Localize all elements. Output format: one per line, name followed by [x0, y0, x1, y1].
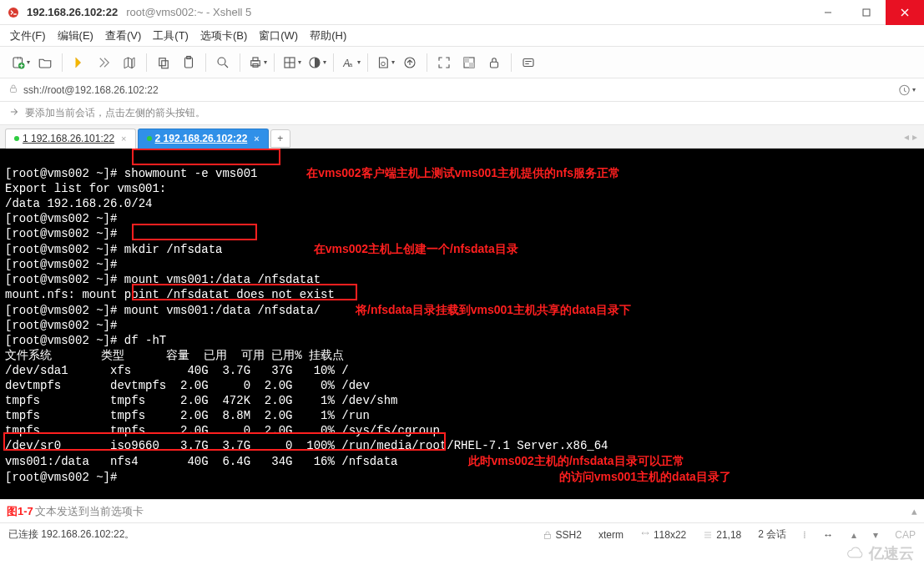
- tab-scroll-left-icon[interactable]: ◂: [904, 131, 909, 143]
- terminal-line: vms001:/data nfs4 40G 6.4G 34G 16% /nfsd…: [5, 455, 397, 468]
- status-connected: 已连接 192.168.26.102:22。: [8, 527, 134, 542]
- color-scheme-button[interactable]: ▾: [305, 51, 328, 74]
- terminal-line: [root@vms002 ~]#: [5, 258, 124, 271]
- fullscreen-button[interactable]: [432, 51, 456, 74]
- reconnect-button[interactable]: [68, 51, 91, 74]
- svg-rect-2: [863, 9, 870, 16]
- minimize-button[interactable]: [809, 0, 847, 25]
- menu-tabs[interactable]: 选项卡(B): [200, 28, 247, 43]
- tab-scroll-right-icon[interactable]: ▸: [912, 131, 917, 143]
- terminal-line: [root@vms002 ~]#: [5, 212, 124, 225]
- close-button[interactable]: [886, 0, 924, 25]
- menu-tools[interactable]: 工具(T): [153, 28, 189, 43]
- terminal-line: [root@vms002 ~]#: [5, 227, 124, 240]
- svg-rect-27: [491, 62, 498, 68]
- title-session: root@vms002:~ - Xshell 5: [126, 6, 251, 18]
- tab-label: 1 192.168.26.101:22: [23, 133, 114, 144]
- tab-label: 2 192.168.26.102:22: [155, 133, 248, 144]
- app-icon: [7, 6, 20, 19]
- compose-bar: 图1-7 文本发送到当前选项卡 ▴: [0, 499, 924, 522]
- disconnect-button[interactable]: [93, 51, 116, 74]
- terminal-line: 文件系统 类型 容量 已用 可用 已用% 挂载点: [5, 349, 344, 362]
- toolbar: ▾ ▾ ▾ ▾ Aa▾ ▾: [0, 47, 924, 78]
- annotation: 在vms002客户端主机上测试vms001主机提供的nfs服务正常: [306, 166, 620, 179]
- address-bar: ssh://root@192.168.26.102:22 ▾: [0, 78, 924, 102]
- history-dropdown-button[interactable]: ▾: [897, 81, 916, 99]
- menu-window[interactable]: 窗口(W): [259, 28, 298, 43]
- copy-button[interactable]: [152, 51, 175, 74]
- terminal-line: /dev/sr0 iso9660 3.7G 3.7G 0 100% /run/m…: [5, 439, 608, 452]
- new-session-button[interactable]: ▾: [8, 51, 32, 74]
- highlight-box: [132, 224, 257, 240]
- close-tab-icon[interactable]: ×: [121, 134, 126, 144]
- annotation: 将/nfsdata目录挂载到vms001主机共享的data目录下: [356, 303, 631, 316]
- svg-rect-14: [253, 58, 258, 61]
- script-button[interactable]: ▾: [373, 51, 396, 74]
- tab-strip: 1 192.168.26.101:22 × 2 192.168.26.102:2…: [0, 125, 924, 149]
- terminal-line: [root@vms002 ~]# mount vms001:/data /nfs…: [5, 273, 321, 286]
- svg-point-22: [381, 62, 385, 66]
- svg-line-12: [225, 64, 228, 68]
- title-bar: 192.168.26.102:22 root@vms002:~ - Xshell…: [0, 0, 924, 25]
- compose-button[interactable]: [517, 51, 540, 74]
- terminal-line: tmpfs tmpfs 2.0G 0 2.0G 0% /sys/fs/cgrou…: [5, 424, 440, 437]
- annotation: 在vms002主机上创建一个/nfsdata目录: [314, 242, 518, 255]
- terminal-line: tmpfs tmpfs 2.0G 8.8M 2.0G 1% /run: [5, 409, 370, 422]
- annotation: 的访问vms001主机的data目录了: [559, 470, 731, 483]
- terminal-pane[interactable]: [root@vms002 ~]# showmount -e vms001 在vm…: [0, 149, 924, 499]
- tip-bar: 要添加当前会话，点击左侧的箭头按钮。: [0, 102, 924, 125]
- annotation: 此时vms002主机的/nfsdata目录可以正常: [468, 454, 684, 467]
- tab-nav: ◂ ▸: [292, 131, 924, 143]
- svg-rect-25: [464, 58, 469, 63]
- status-dot-icon: [14, 136, 19, 141]
- close-tab-icon[interactable]: ×: [254, 134, 259, 144]
- paste-button[interactable]: [177, 51, 200, 74]
- print-button[interactable]: ▾: [245, 51, 269, 74]
- address-url[interactable]: ssh://root@192.168.26.102:22: [23, 84, 159, 96]
- terminal-line: [root@vms002 ~]# df -hT: [5, 334, 166, 347]
- tab-session-1[interactable]: 1 192.168.26.101:22 ×: [5, 129, 136, 149]
- layout-button[interactable]: ▾: [280, 51, 303, 74]
- terminal-line: tmpfs tmpfs 2.0G 472K 2.0G 1% /dev/shm: [5, 394, 397, 407]
- menu-file[interactable]: 文件(F): [10, 28, 46, 43]
- status-pos: 21,18: [703, 529, 741, 541]
- terminal-line: devtmpfs devtmpfs 2.0G 0 2.0G 0% /dev: [5, 379, 370, 392]
- highlight-box: [132, 149, 280, 165]
- terminal-line: [root@vms002 ~]#: [5, 471, 124, 484]
- status-bar: 已连接 192.168.26.102:22。 SSH2 xterm 118x22…: [0, 522, 924, 546]
- terminal-line: /dev/sda1 xfs 40G 3.7G 37G 10% /: [5, 364, 349, 377]
- terminal-line: [root@vms002 ~]# mkdir /nfsdata: [5, 243, 222, 256]
- menu-view[interactable]: 查看(V): [105, 28, 141, 43]
- tab-session-2[interactable]: 2 192.168.26.102:22 ×: [138, 129, 269, 149]
- tip-arrow-icon[interactable]: [8, 106, 20, 120]
- lock-button[interactable]: [482, 51, 506, 74]
- compose-placeholder[interactable]: 文本发送到当前选项卡: [35, 504, 144, 519]
- font-button[interactable]: Aa▾: [339, 51, 362, 74]
- status-dot-icon: [147, 136, 152, 141]
- new-tab-button[interactable]: +: [270, 129, 290, 148]
- menu-bar: 文件(F) 编辑(E) 查看(V) 工具(T) 选项卡(B) 窗口(W) 帮助(…: [0, 25, 924, 47]
- compose-expand-icon[interactable]: ▴: [911, 505, 917, 517]
- status-updown-icon[interactable]: ▴: [851, 529, 856, 541]
- menu-help[interactable]: 帮助(H): [310, 28, 346, 43]
- status-proto: SSH2: [543, 529, 582, 541]
- svg-text:a: a: [349, 60, 353, 68]
- status-term: xterm: [598, 529, 624, 541]
- terminal-line: [root@vms002 ~]#: [5, 319, 124, 332]
- status-size: 118x22: [640, 529, 686, 541]
- transparency-button[interactable]: [457, 51, 481, 74]
- find-button[interactable]: [211, 51, 235, 74]
- svg-rect-28: [523, 58, 533, 66]
- title-host: 192.168.26.102:22: [27, 6, 118, 18]
- svg-rect-31: [544, 534, 550, 538]
- lock-icon: [8, 83, 18, 96]
- svg-rect-13: [250, 60, 260, 65]
- tip-text: 要添加当前会话，点击左侧的箭头按钮。: [25, 106, 205, 120]
- open-button[interactable]: [33, 51, 57, 74]
- svg-rect-29: [11, 88, 17, 93]
- terminal-line: mount.nfs: mount point /nfsdatat does no…: [5, 288, 335, 301]
- maximize-button[interactable]: [847, 0, 886, 25]
- properties-button[interactable]: [118, 51, 141, 74]
- menu-edit[interactable]: 编辑(E): [58, 28, 93, 43]
- transfer-button[interactable]: [398, 51, 422, 74]
